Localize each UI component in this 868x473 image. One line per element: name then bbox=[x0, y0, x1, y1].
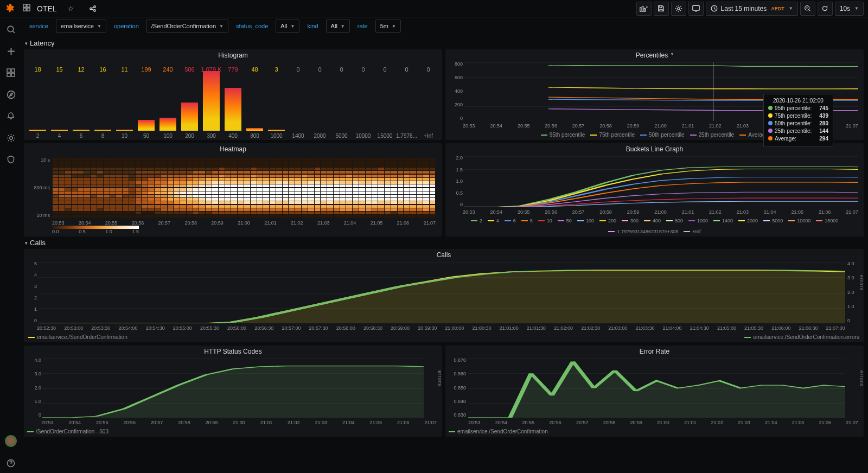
search-icon[interactable] bbox=[5, 24, 16, 35]
help-icon[interactable] bbox=[5, 458, 16, 469]
chevron-down-icon: ▼ bbox=[788, 6, 793, 11]
timezone-label: AEDT bbox=[771, 6, 784, 11]
svg-rect-2 bbox=[23, 8, 26, 11]
zoom-out-button[interactable] bbox=[800, 2, 815, 16]
svg-rect-18 bbox=[11, 73, 15, 76]
time-picker[interactable]: Last 15 minutes AEDT ▼ bbox=[706, 2, 798, 16]
tv-mode-button[interactable] bbox=[688, 2, 704, 16]
avatar[interactable] bbox=[5, 435, 17, 447]
panel-heatmap[interactable]: Heatmap 10 s800 ms10 ms 20:5320:5420:552… bbox=[24, 143, 442, 237]
svg-point-14 bbox=[8, 26, 14, 32]
save-button[interactable] bbox=[654, 2, 669, 16]
var-rate[interactable]: 5m▼ bbox=[375, 20, 401, 33]
panel-title: Error Rate bbox=[445, 346, 864, 356]
create-icon[interactable] bbox=[5, 46, 16, 56]
svg-point-4 bbox=[90, 8, 92, 10]
grafana-logo-icon[interactable] bbox=[4, 3, 16, 15]
configuration-icon[interactable] bbox=[5, 132, 16, 143]
dashboard-icon[interactable] bbox=[23, 4, 30, 13]
svg-point-19 bbox=[7, 91, 15, 98]
var-kind-label: kind bbox=[304, 23, 321, 29]
panel-error-rate[interactable]: Error Rate 0.8700.8600.8500.8400.830 err… bbox=[445, 346, 864, 437]
chevron-down-icon: ▾ bbox=[25, 41, 28, 46]
panel-percentiles[interactable]: Percentiles▾ 8006004002000 20:5320:5420:… bbox=[445, 49, 864, 140]
right-axis-label: errors bbox=[859, 370, 864, 386]
share-icon[interactable] bbox=[85, 2, 100, 16]
var-operation-label: operation bbox=[111, 23, 142, 29]
add-panel-button[interactable] bbox=[636, 2, 652, 16]
var-kind[interactable]: All▼ bbox=[326, 20, 350, 33]
chevron-down-icon: ▾ bbox=[670, 52, 673, 59]
server-admin-icon[interactable] bbox=[5, 154, 16, 165]
chevron-down-icon: ▾ bbox=[25, 240, 28, 246]
explore-icon[interactable] bbox=[5, 89, 16, 100]
svg-rect-16 bbox=[11, 69, 15, 72]
svg-rect-17 bbox=[7, 73, 10, 76]
panel-title: Heatmap bbox=[24, 143, 442, 154]
panel-title: Percentiles▾ bbox=[445, 49, 864, 60]
svg-rect-7 bbox=[640, 7, 641, 11]
panel-histogram[interactable]: Histogram 182154126168111019950240100506… bbox=[24, 49, 442, 140]
svg-rect-15 bbox=[7, 69, 10, 72]
tooltip: 2020-10-26 21:02:0095th percentile:74575… bbox=[763, 94, 833, 146]
panel-buckets[interactable]: Buckets Line Graph 2.01.51.00.50 20:5320… bbox=[445, 143, 864, 237]
dashboard-body: ▾Latency Histogram 182154126168111019950… bbox=[22, 35, 868, 473]
panel-title: Histogram bbox=[24, 49, 442, 60]
sidebar bbox=[0, 17, 22, 473]
dashboards-icon[interactable] bbox=[5, 67, 16, 78]
svg-rect-0 bbox=[23, 4, 26, 7]
svg-rect-11 bbox=[692, 5, 699, 10]
template-variables: service emailservice▼ operation /SendOrd… bbox=[22, 17, 868, 35]
right-axis-label: errors bbox=[859, 274, 864, 291]
var-operation[interactable]: /SendOrderConfirmation▼ bbox=[146, 20, 228, 33]
row-calls[interactable]: ▾Calls bbox=[24, 237, 864, 249]
time-range-label: Last 15 minutes bbox=[721, 5, 767, 12]
panel-calls[interactable]: Calls 543210 4.03.02.01.00 20:52:3020:53… bbox=[24, 249, 864, 342]
panel-title: Calls bbox=[24, 249, 864, 260]
refresh-button[interactable] bbox=[818, 2, 833, 16]
settings-button[interactable] bbox=[671, 2, 686, 16]
svg-point-6 bbox=[93, 9, 95, 11]
refresh-interval-label: 10s bbox=[840, 5, 850, 12]
var-rate-label: rate bbox=[354, 23, 371, 29]
heatmap-scale: 0.00.51.01.5 bbox=[52, 226, 139, 234]
panel-title: HTTP Status Codes bbox=[24, 346, 442, 356]
svg-point-10 bbox=[677, 7, 679, 9]
svg-rect-9 bbox=[644, 8, 645, 11]
chevron-down-icon: ▼ bbox=[853, 6, 859, 11]
topbar: OTEL ☆ Last 15 minutes AEDT ▼ 10s ▼ bbox=[0, 0, 868, 17]
svg-rect-1 bbox=[27, 4, 30, 7]
refresh-interval[interactable]: 10s ▼ bbox=[835, 2, 864, 16]
svg-rect-3 bbox=[27, 8, 30, 11]
var-service-label: service bbox=[26, 23, 52, 29]
svg-point-20 bbox=[9, 136, 12, 139]
row-latency[interactable]: ▾Latency bbox=[24, 37, 864, 49]
svg-point-5 bbox=[93, 5, 95, 8]
var-service[interactable]: emailservice▼ bbox=[56, 20, 106, 33]
var-status-code[interactable]: All▼ bbox=[276, 20, 299, 33]
panel-http-status[interactable]: HTTP Status Codes 4.03.02.01.00 errors 2… bbox=[24, 346, 442, 437]
svg-rect-8 bbox=[642, 6, 643, 11]
star-icon[interactable]: ☆ bbox=[63, 2, 79, 16]
alerting-icon[interactable] bbox=[5, 111, 16, 122]
dashboard-title[interactable]: OTEL bbox=[37, 4, 57, 13]
var-status-code-label: status_code bbox=[233, 23, 271, 29]
right-axis-label: errors bbox=[437, 370, 443, 386]
